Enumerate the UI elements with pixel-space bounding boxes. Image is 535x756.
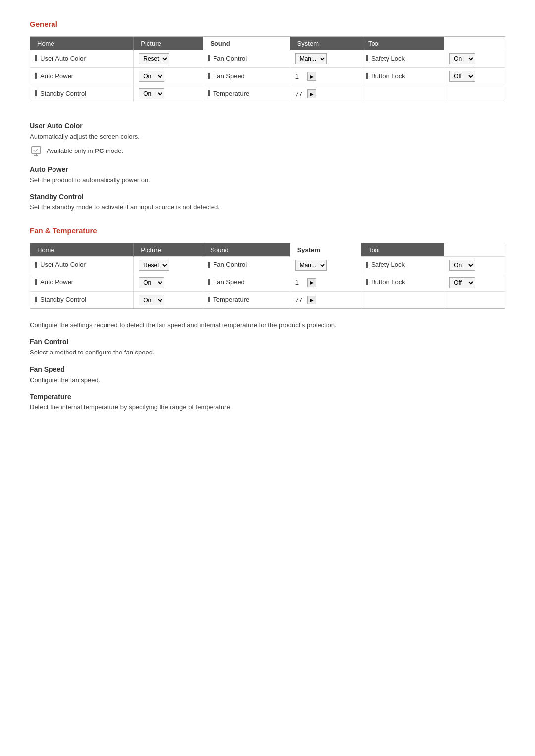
col2-control[interactable]: 77 ▶ [290, 291, 361, 308]
tab-tool[interactable]: Tool [361, 37, 444, 50]
bar-icon [35, 279, 37, 285]
auto-power-select[interactable]: On Off [139, 71, 164, 82]
button-lock-label: Button Lock [371, 72, 405, 80]
temperature-item-desc: Detect the internal temperature by speci… [30, 403, 505, 412]
pc-mode-icon [30, 145, 43, 157]
user-auto-color-select[interactable]: Reset [139, 53, 169, 64]
user-auto-color-item: User Auto Color Automatically adjust the… [30, 122, 505, 157]
standby-control-select[interactable]: On Off [139, 88, 164, 99]
col3-control[interactable]: On Off [444, 50, 505, 68]
tab2-home[interactable]: Home [30, 243, 134, 257]
bar-icon [208, 262, 210, 268]
auto-power-item-label: Auto Power [30, 165, 505, 173]
fan-temp-overview-desc: Configure the settings required to detec… [30, 320, 505, 330]
tab2-system[interactable]: System [290, 243, 361, 257]
col1-control[interactable]: On Off [134, 68, 203, 85]
safety-lock-label: Safety Lock [371, 55, 405, 62]
fan-control-label2: Fan Control [213, 261, 247, 268]
col2-cell: Fan Speed [203, 274, 290, 291]
fan-control-item: Fan Control Select a method to configure… [30, 338, 505, 357]
button-lock-select2[interactable]: Off On [449, 277, 475, 288]
auto-power-label2: Auto Power [40, 278, 73, 286]
bar-icon [366, 262, 368, 268]
fan-speed-increment2[interactable]: ▶ [307, 278, 316, 287]
col3-cell: Button Lock [361, 68, 444, 85]
user-auto-color-select2[interactable]: Reset [139, 260, 169, 271]
col3-control[interactable]: On Off [444, 256, 505, 274]
col3-cell: Safety Lock [361, 256, 444, 274]
col3-cell-empty [361, 85, 444, 102]
col2-cell: Fan Control [203, 256, 290, 274]
bar-icon [208, 279, 210, 285]
temperature-increment2[interactable]: ▶ [307, 296, 316, 304]
temperature-value2: 77 [295, 296, 305, 303]
tab-sound[interactable]: Sound [203, 37, 290, 50]
user-auto-color-item-label: User Auto Color [30, 122, 505, 130]
temperature-item-label: Temperature [30, 393, 505, 401]
tab2-sound[interactable]: Sound [203, 243, 290, 257]
button-lock-select[interactable]: Off On [449, 71, 475, 82]
col1-control[interactable]: Reset [134, 50, 203, 68]
table-row: User Auto Color Reset Fan Control [30, 50, 505, 68]
col1-control[interactable]: On Off [134, 85, 203, 102]
pc-mode-note: Available only in PC mode. [47, 145, 123, 156]
bar-icon [35, 90, 37, 96]
standby-control-item-desc: Set the standby mode to activate if an i… [30, 202, 505, 212]
auto-power-item: Auto Power Set the product to automatica… [30, 165, 505, 185]
bar-icon [35, 73, 37, 79]
temperature-label2: Temperature [213, 296, 249, 303]
bar-icon [366, 73, 368, 79]
tab-picture[interactable]: Picture [134, 37, 203, 50]
fan-speed-item-desc: Configure the fan speed. [30, 375, 505, 385]
col3-control-empty [444, 85, 505, 102]
fan-speed-label: Fan Speed [213, 72, 245, 80]
fan-control-item-label: Fan Control [30, 338, 505, 346]
col3-cell: Safety Lock [361, 50, 444, 68]
bar-icon [366, 279, 368, 285]
temperature-label: Temperature [213, 90, 249, 97]
table-row: Auto Power On Off Fan Speed [30, 274, 505, 291]
tab2-picture[interactable]: Picture [134, 243, 203, 257]
tab-system[interactable]: System [290, 37, 361, 50]
bar-icon [35, 55, 37, 61]
col2-control[interactable]: 1 ▶ [290, 274, 361, 291]
col1-control[interactable]: On Off [134, 274, 203, 291]
tab-home[interactable]: Home [30, 37, 134, 50]
fan-speed-increment[interactable]: ▶ [307, 72, 316, 81]
col3-control[interactable]: Off On [444, 68, 505, 85]
bar-icon [208, 297, 210, 302]
col3-control[interactable]: Off On [444, 274, 505, 291]
col1-cell: User Auto Color [30, 256, 134, 274]
col2-control[interactable]: 1 ▶ [290, 68, 361, 85]
fan-speed-item: Fan Speed Configure the fan speed. [30, 365, 505, 385]
fan-control-label: Fan Control [213, 55, 247, 62]
standby-control-label2: Standby Control [40, 296, 86, 303]
fan-control-select2[interactable]: Man... [295, 260, 327, 271]
temperature-increment[interactable]: ▶ [307, 89, 316, 98]
safety-lock-select[interactable]: On Off [449, 53, 475, 64]
col1-cell: Standby Control [30, 291, 134, 308]
col3-cell-empty2 [361, 291, 444, 308]
table-row: Standby Control On Off Temperature [30, 291, 505, 308]
tab2-tool[interactable]: Tool [361, 243, 444, 257]
col1-cell: Auto Power [30, 274, 134, 291]
col2-control[interactable]: Man... [290, 256, 361, 274]
table-row: Standby Control On Off Temperature [30, 85, 505, 102]
fan-temp-section: Fan & Temperature Home Picture Sound Sys… [30, 226, 505, 412]
safety-lock-select2[interactable]: On Off [449, 260, 475, 271]
fan-speed-value2: 1 [295, 279, 305, 286]
user-auto-color-item-desc: Automatically adjust the screen colors. [30, 132, 505, 142]
user-auto-color-note-row: Available only in PC mode. [30, 145, 505, 157]
col1-cell: Auto Power [30, 68, 134, 85]
standby-control-select2[interactable]: On Off [139, 295, 164, 305]
auto-power-select2[interactable]: On Off [139, 277, 164, 288]
fan-control-select[interactable]: Man... [295, 53, 327, 64]
col1-control[interactable]: On Off [134, 291, 203, 308]
col2-control[interactable]: 77 ▶ [290, 85, 361, 102]
button-lock-label2: Button Lock [371, 278, 405, 286]
col2-control[interactable]: Man... [290, 50, 361, 68]
col1-control[interactable]: Reset [134, 256, 203, 274]
fan-speed-value: 1 [295, 73, 305, 80]
bar-icon [208, 90, 210, 96]
col3-control-empty2 [444, 291, 505, 308]
